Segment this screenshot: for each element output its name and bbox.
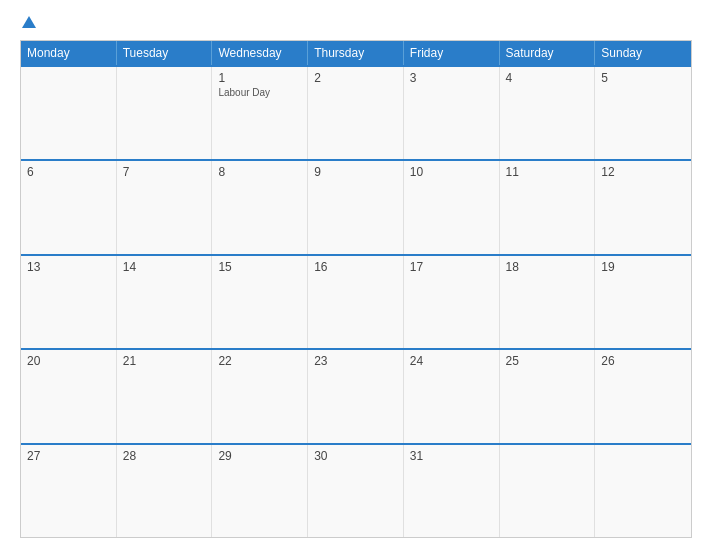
cal-cell: 3 bbox=[404, 67, 500, 159]
day-number: 15 bbox=[218, 260, 301, 274]
header-day-wednesday: Wednesday bbox=[212, 41, 308, 65]
cal-cell: 20 bbox=[21, 350, 117, 442]
day-number: 23 bbox=[314, 354, 397, 368]
cal-cell: 9 bbox=[308, 161, 404, 253]
day-number: 12 bbox=[601, 165, 685, 179]
day-number: 24 bbox=[410, 354, 493, 368]
day-number: 29 bbox=[218, 449, 301, 463]
header-day-sunday: Sunday bbox=[595, 41, 691, 65]
cal-cell: 26 bbox=[595, 350, 691, 442]
week-row-3: 13141516171819 bbox=[21, 254, 691, 348]
cal-cell: 14 bbox=[117, 256, 213, 348]
cal-cell: 13 bbox=[21, 256, 117, 348]
cal-cell bbox=[21, 67, 117, 159]
week-row-1: 1Labour Day2345 bbox=[21, 65, 691, 159]
day-number: 7 bbox=[123, 165, 206, 179]
header-day-thursday: Thursday bbox=[308, 41, 404, 65]
week-row-4: 20212223242526 bbox=[21, 348, 691, 442]
day-number: 11 bbox=[506, 165, 589, 179]
cal-cell: 15 bbox=[212, 256, 308, 348]
day-number: 25 bbox=[506, 354, 589, 368]
cal-cell: 22 bbox=[212, 350, 308, 442]
day-number: 4 bbox=[506, 71, 589, 85]
cal-cell: 29 bbox=[212, 445, 308, 537]
cal-cell: 21 bbox=[117, 350, 213, 442]
cal-cell: 5 bbox=[595, 67, 691, 159]
day-event: Labour Day bbox=[218, 87, 301, 98]
day-number: 9 bbox=[314, 165, 397, 179]
day-number: 16 bbox=[314, 260, 397, 274]
day-number: 21 bbox=[123, 354, 206, 368]
day-number: 26 bbox=[601, 354, 685, 368]
day-number: 6 bbox=[27, 165, 110, 179]
cal-cell: 8 bbox=[212, 161, 308, 253]
day-number: 14 bbox=[123, 260, 206, 274]
cal-cell: 25 bbox=[500, 350, 596, 442]
day-number: 31 bbox=[410, 449, 493, 463]
day-number: 20 bbox=[27, 354, 110, 368]
day-number: 3 bbox=[410, 71, 493, 85]
cal-cell: 12 bbox=[595, 161, 691, 253]
page: MondayTuesdayWednesdayThursdayFridaySatu… bbox=[0, 0, 712, 550]
cal-cell: 19 bbox=[595, 256, 691, 348]
day-number: 10 bbox=[410, 165, 493, 179]
day-number: 18 bbox=[506, 260, 589, 274]
cal-cell: 2 bbox=[308, 67, 404, 159]
header-day-saturday: Saturday bbox=[500, 41, 596, 65]
cal-cell: 6 bbox=[21, 161, 117, 253]
header-day-tuesday: Tuesday bbox=[117, 41, 213, 65]
day-number: 19 bbox=[601, 260, 685, 274]
cal-cell: 11 bbox=[500, 161, 596, 253]
cal-cell: 1Labour Day bbox=[212, 67, 308, 159]
day-number: 17 bbox=[410, 260, 493, 274]
day-number: 30 bbox=[314, 449, 397, 463]
cal-cell: 17 bbox=[404, 256, 500, 348]
cal-cell bbox=[500, 445, 596, 537]
calendar: MondayTuesdayWednesdayThursdayFridaySatu… bbox=[20, 40, 692, 538]
cal-cell: 4 bbox=[500, 67, 596, 159]
week-row-2: 6789101112 bbox=[21, 159, 691, 253]
day-number: 28 bbox=[123, 449, 206, 463]
calendar-header-row: MondayTuesdayWednesdayThursdayFridaySatu… bbox=[21, 41, 691, 65]
day-number: 13 bbox=[27, 260, 110, 274]
cal-cell: 16 bbox=[308, 256, 404, 348]
day-number: 8 bbox=[218, 165, 301, 179]
logo bbox=[20, 16, 36, 30]
day-number: 22 bbox=[218, 354, 301, 368]
cal-cell: 10 bbox=[404, 161, 500, 253]
header bbox=[20, 16, 692, 30]
header-day-friday: Friday bbox=[404, 41, 500, 65]
day-number: 5 bbox=[601, 71, 685, 85]
cal-cell: 7 bbox=[117, 161, 213, 253]
cal-cell bbox=[117, 67, 213, 159]
cal-cell: 27 bbox=[21, 445, 117, 537]
day-number: 27 bbox=[27, 449, 110, 463]
cal-cell: 31 bbox=[404, 445, 500, 537]
cal-cell: 18 bbox=[500, 256, 596, 348]
calendar-body: 1Labour Day23456789101112131415161718192… bbox=[21, 65, 691, 537]
day-number: 2 bbox=[314, 71, 397, 85]
cal-cell: 23 bbox=[308, 350, 404, 442]
cal-cell: 30 bbox=[308, 445, 404, 537]
logo-triangle-icon bbox=[22, 16, 36, 28]
cal-cell: 28 bbox=[117, 445, 213, 537]
day-number: 1 bbox=[218, 71, 301, 85]
week-row-5: 2728293031 bbox=[21, 443, 691, 537]
cal-cell bbox=[595, 445, 691, 537]
header-day-monday: Monday bbox=[21, 41, 117, 65]
cal-cell: 24 bbox=[404, 350, 500, 442]
